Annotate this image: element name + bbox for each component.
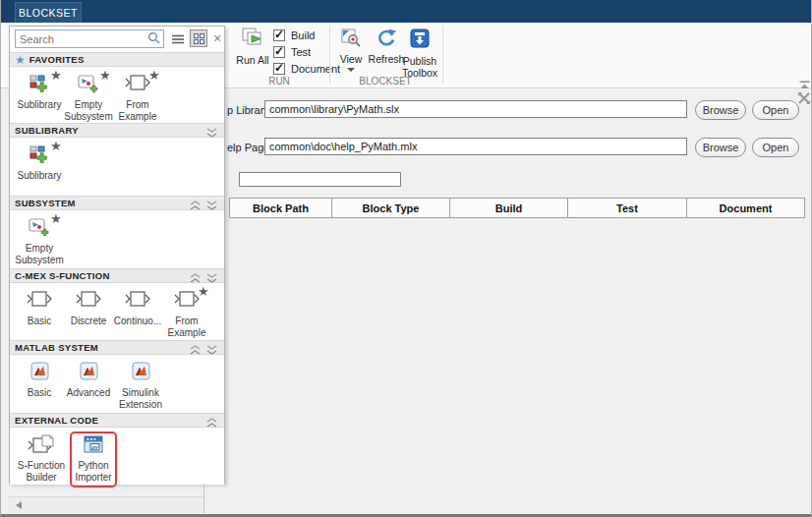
favorite-star-icon: ★ xyxy=(50,69,62,82)
help-page-input[interactable] xyxy=(264,138,687,155)
list-view-button[interactable] xyxy=(171,32,185,45)
favorite-star-icon: ★ xyxy=(50,212,62,225)
palette-item-empty-subsystem[interactable]: ★ Empty Subsystem xyxy=(15,217,64,265)
filter-input[interactable] xyxy=(239,172,401,187)
palette-item-label: Simulink Extension xyxy=(115,387,166,410)
section-header-subsystem[interactable]: SUBSYSTEM xyxy=(10,196,224,210)
palette-item-label: From Example xyxy=(162,316,211,338)
palette-item-sublibrary[interactable]: ★ Sublibrary xyxy=(15,144,64,182)
scroll-section-up-icon[interactable] xyxy=(206,415,217,432)
svg-text:py: py xyxy=(90,444,98,450)
run-all-icon xyxy=(240,27,265,52)
view-label: View xyxy=(340,53,363,65)
toolbar-divider xyxy=(442,26,443,85)
palette-item-basic-matlab[interactable]: Basic xyxy=(15,362,64,399)
palette-item-label: From Example xyxy=(113,99,162,122)
library-browse-label: Browse xyxy=(703,104,739,116)
section-body-external-code: S-Function Builder py xyxy=(10,428,224,485)
palette-item-from-example[interactable]: ★ From Example xyxy=(113,74,162,122)
palette-item-label: Advanced xyxy=(67,387,110,399)
view-button[interactable]: View xyxy=(335,28,367,72)
dock-divider xyxy=(203,485,204,513)
section-body-favorites: ★ Sublibrary ★ Empty Subsystem xyxy=(10,67,224,123)
tab-blockset[interactable]: BLOCKSET xyxy=(15,2,82,23)
test-checkbox-box xyxy=(273,46,285,58)
scroll-section-up-icon[interactable] xyxy=(190,342,201,360)
palette-item-continuous[interactable]: Continuo... xyxy=(113,290,162,327)
palette-item-python-importer[interactable]: py Python Importer xyxy=(72,434,115,483)
search-box xyxy=(15,29,164,48)
help-browse-button[interactable]: Browse xyxy=(695,138,746,157)
publish-toolbox-button[interactable]: Publish Toolbox xyxy=(396,28,443,79)
blocks-table-header: Block Path Block Type Build Test Documen… xyxy=(229,198,805,218)
python-importer-icon: py xyxy=(83,434,104,456)
scroll-section-down-icon[interactable] xyxy=(206,125,217,143)
tab-blockset-label: BLOCKSET xyxy=(19,7,78,19)
palette-item-simulink-extension[interactable]: Simulink Extension xyxy=(113,362,168,410)
palette-item-from-example-cmex[interactable]: ★ From Example xyxy=(162,290,211,338)
favorite-star-icon: ★ xyxy=(148,69,160,82)
palette-search-row: ✕ xyxy=(10,27,224,52)
palette-item-label: Sublibrary xyxy=(17,170,61,182)
section-header-external-code[interactable]: EXTERNAL CODE xyxy=(10,413,224,428)
section-header-sublibrary[interactable]: SUBLIBRARY xyxy=(10,123,224,138)
search-icon xyxy=(147,30,163,48)
palette-scrollbar[interactable] xyxy=(9,496,203,513)
section-title: SUBLIBRARY xyxy=(15,125,79,136)
search-input[interactable] xyxy=(16,33,147,45)
palette-item-sfunction-builder[interactable]: S-Function Builder xyxy=(15,434,68,483)
collapse-panel-icon[interactable] xyxy=(797,81,811,89)
section-title: EXTERNAL CODE xyxy=(15,415,98,426)
palette-item-discrete[interactable]: Discrete xyxy=(64,290,113,327)
palette-item-advanced-matlab[interactable]: Advanced xyxy=(64,362,113,399)
column-header-block-path[interactable]: Block Path xyxy=(229,198,332,218)
section-header-favorites[interactable]: ★ FAVORITES xyxy=(10,52,224,67)
test-checkbox[interactable]: Test xyxy=(273,45,311,59)
section-title: FAVORITES xyxy=(29,54,85,65)
scroll-section-down-icon[interactable] xyxy=(206,198,217,215)
publish-toolbox-icon xyxy=(409,28,431,53)
matlab-icon xyxy=(80,362,98,380)
scroll-section-down-icon[interactable] xyxy=(206,342,217,360)
palette-item-basic-cmex[interactable]: Basic xyxy=(15,290,64,327)
column-header-build[interactable]: Build xyxy=(450,198,568,218)
palette-item-empty-subsystem[interactable]: ★ Empty Subsystem xyxy=(64,74,113,122)
column-header-block-type[interactable]: Block Type xyxy=(332,198,450,218)
palette-item-label: Basic xyxy=(28,387,51,399)
palette-item-label: S-Function Builder xyxy=(16,460,67,483)
document-checkbox-box xyxy=(273,63,285,75)
empty-subsystem-icon xyxy=(28,217,51,237)
column-header-test[interactable]: Test xyxy=(568,198,687,218)
library-path-input[interactable] xyxy=(264,100,687,118)
view-icon xyxy=(340,28,362,51)
close-palette-icon[interactable]: ✕ xyxy=(211,31,223,45)
section-header-cmex-sfunction[interactable]: C-MEX S-FUNCTION xyxy=(10,268,224,283)
palette-item-label: Sublibrary xyxy=(17,99,61,111)
section-body-sublibrary: ★ Sublibrary xyxy=(10,138,224,196)
dock-panel-icon[interactable] xyxy=(797,91,811,105)
section-header-matlab-system[interactable]: MATLAB SYSTEM xyxy=(10,340,224,355)
build-checkbox[interactable]: Build xyxy=(273,29,315,42)
help-open-button[interactable]: Open xyxy=(752,138,799,157)
palette-item-label: Empty Subsystem xyxy=(64,99,113,122)
palette-item-label: Basic xyxy=(28,316,51,327)
section-body-matlab-system: Basic Advanced xyxy=(10,355,224,413)
column-header-document[interactable]: Document xyxy=(687,198,805,218)
library-open-button[interactable]: Open xyxy=(752,100,799,120)
scroll-left-icon[interactable] xyxy=(16,501,22,509)
help-page-field-label: elp Page xyxy=(227,142,269,153)
section-title: SUBSYSTEM xyxy=(15,198,76,208)
palette-item-label: Empty Subsystem xyxy=(15,243,64,265)
palette-item-label: Python Importer xyxy=(72,460,115,483)
run-all-label: Run All xyxy=(236,54,268,66)
palette-item-sublibrary[interactable]: ★ Sublibrary xyxy=(15,74,64,111)
grid-view-button[interactable] xyxy=(190,29,207,47)
run-all-button[interactable]: Run All xyxy=(235,27,270,66)
document-checkbox-label: Document xyxy=(291,63,340,75)
scroll-section-up-icon[interactable] xyxy=(190,198,201,215)
palette-item-label: Continuo... xyxy=(114,316,161,327)
help-browse-label: Browse xyxy=(703,142,739,153)
library-browse-button[interactable]: Browse xyxy=(695,100,746,120)
matlab-icon xyxy=(30,362,49,380)
block-icon xyxy=(174,290,200,308)
